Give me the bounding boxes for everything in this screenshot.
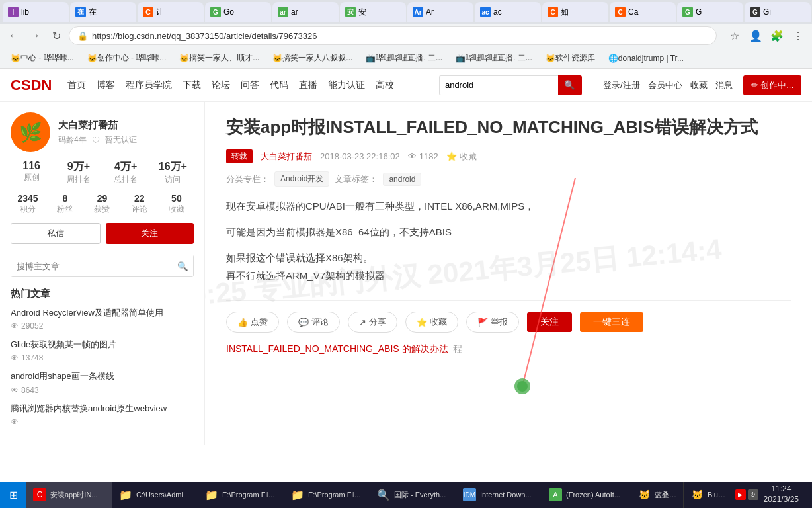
author-name[interactable]: 大白菜打番茄 [58, 119, 194, 132]
tray-icon-1[interactable]: ▶ [735, 489, 746, 500]
bookmark-icon-create: 🐱 [87, 54, 97, 63]
triple-btn[interactable]: 一键三连 [580, 312, 643, 332]
eye-icon-2: 👁 [11, 353, 19, 362]
tab-favicon-lib: l [8, 7, 19, 17]
auth-login[interactable]: 登录/注册 [603, 79, 640, 91]
tab-ca[interactable]: C Ca [610, 2, 676, 22]
author-avatar: 🌿 [11, 112, 50, 152]
bookmark-funny1[interactable]: 🐱 搞笑一家人、顺才... [174, 50, 264, 66]
taskbar-item-autoit[interactable]: A (Frozen) AutoIt... [542, 482, 628, 508]
taskbar-label-search: 国际 - Everyth... [394, 490, 446, 500]
taskbar-right: ▶ ⏱ 11:24 2021/3/25 [730, 484, 812, 505]
nav-download[interactable]: 下载 [183, 79, 201, 91]
taskbar-item-idm[interactable]: IDM Internet Down... [456, 482, 542, 508]
share-btn[interactable]: ↗ 分享 [348, 312, 397, 333]
message-btn[interactable]: 私信 [11, 223, 101, 244]
tab-lib[interactable]: l lib [3, 2, 69, 22]
browser-controls: ← → ↻ 🔒 https://blog.csdn.net/qq_3837315… [0, 24, 812, 48]
list-item[interactable]: 腾讯浏览器内核替换android原生webview 👁 [11, 403, 194, 427]
tag-android[interactable]: android [383, 173, 421, 186]
profile-btn[interactable]: 👤 [747, 27, 764, 44]
follow-btn[interactable]: 关注 [106, 223, 194, 244]
search-blog-input[interactable] [11, 255, 172, 276]
bookmark-bili1[interactable]: 📺 哔哩哔哩直播. 二... [360, 50, 448, 66]
hot-article-title-2: Glide获取视频某一帧的图片 [11, 339, 194, 351]
auth-member[interactable]: 会员中心 [648, 79, 682, 91]
hot-article-views-4: 👁 [11, 417, 194, 427]
author-cert: 暂无认证 [105, 134, 137, 146]
reload-btn[interactable]: ↻ [48, 27, 65, 44]
nav-qa[interactable]: 问答 [241, 79, 259, 91]
nav-forum[interactable]: 论坛 [212, 79, 230, 91]
hot-article-title-3: android用shape画一条横线 [11, 370, 194, 382]
tab-ar2[interactable]: Ar Ar [407, 2, 473, 22]
list-item[interactable]: android用shape画一条横线 👁 8643 [11, 370, 194, 394]
nav-academy[interactable]: 程序员学院 [126, 79, 172, 91]
bookmark-center[interactable]: 🐱 中心 - 哔哔咔... [5, 50, 79, 66]
back-btn[interactable]: ← [5, 27, 22, 44]
forward-btn[interactable]: → [26, 27, 44, 44]
bookmark-label-bili2: 哔哩哔哩直播. 二... [466, 52, 532, 64]
collect-btn[interactable]: ⭐ 收藏 [405, 312, 458, 333]
nav-live[interactable]: 直播 [299, 79, 317, 91]
report-btn[interactable]: 🚩 举报 [466, 312, 519, 333]
taskbar-item-explorer3[interactable]: 📁 E:\Program Fil... [284, 482, 370, 508]
bottom-link[interactable]: INSTALL_FAILED_NO_MATCHING_ABIS 的解决办法 [226, 343, 448, 354]
nav-code[interactable]: 代码 [270, 79, 288, 91]
bookmark-label-donald: donaldjtrump | Tr... [618, 54, 684, 63]
security-icon: 🔒 [77, 31, 88, 41]
bookmark-bili2[interactable]: 📺 哔哩哔哩直播. 二... [450, 50, 538, 66]
comment-btn[interactable]: 💬 评论 [287, 312, 340, 333]
list-item[interactable]: Android RecyclerView及适配器简单使用 👁 29052 [11, 307, 194, 331]
meta-collect[interactable]: ⭐ 收藏 [446, 151, 477, 163]
create-btn[interactable]: ✏ 创作中... [743, 75, 801, 95]
taskbar-item-search[interactable]: 🔍 国际 - Everyth... [370, 482, 456, 508]
csdn-logo[interactable]: CSDN [11, 77, 52, 94]
taskbar-item-explorer1[interactable]: 📁 C:\Users\Admi... [112, 482, 198, 508]
tab-an[interactable]: 安 安 [340, 2, 406, 22]
bookmark-funny2[interactable]: 🐱 搞笑一家人八叔叔... [267, 50, 358, 66]
auth-message[interactable]: 消息 [715, 79, 733, 91]
tab-g[interactable]: G Go [205, 2, 271, 22]
bookmark-software[interactable]: 🐱 软件资源库 [540, 50, 600, 66]
address-bar[interactable]: 🔒 https://blog.csdn.net/qq_38373150/arti… [69, 26, 717, 45]
tab-ac[interactable]: ac ac [475, 2, 541, 22]
bookmark-star-btn[interactable]: ☆ [726, 27, 743, 44]
taskbar-item-browser[interactable]: C 安装app时IN... [26, 482, 112, 508]
tab-zai[interactable]: 在 在 [70, 2, 136, 22]
article-actions: 👍 点赞 💬 评论 ↗ 分享 ⭐ 收藏 🚩 举报 关注 一键三连 [226, 300, 791, 333]
tab-ru[interactable]: C 如 [542, 2, 608, 22]
search-btn[interactable]: 🔍 [558, 75, 582, 95]
cat-android-dev[interactable]: Android开发 [274, 171, 329, 187]
taskbar-item-bluestacks1[interactable]: 🐱 蓝叠多开管理 [631, 482, 684, 508]
csdn-search: 🔍 [439, 75, 582, 95]
nav-blog[interactable]: 博客 [97, 79, 115, 91]
extensions-btn[interactable]: 🧩 [768, 27, 786, 44]
search-input[interactable] [439, 75, 558, 95]
nav-school[interactable]: 高校 [376, 79, 394, 91]
nav-cert[interactable]: 能力认证 [328, 79, 365, 91]
stat-points-value: 2345 [11, 193, 45, 204]
article-follow-btn[interactable]: 关注 [527, 312, 572, 332]
meta-author[interactable]: 大白菜打番茄 [261, 151, 312, 163]
tray-icon-2[interactable]: ⏱ [748, 489, 758, 500]
stat-fans-label: 粉丝 [48, 204, 82, 215]
taskbar-item-explorer2[interactable]: 📁 E:\Program Fil... [198, 482, 284, 508]
menu-btn[interactable]: ⋮ [790, 27, 807, 44]
nav-home[interactable]: 首页 [67, 79, 86, 91]
like-btn[interactable]: 👍 点赞 [226, 312, 279, 333]
tab-ar[interactable]: ar ar [272, 2, 339, 22]
tab-gi[interactable]: G Gi [745, 2, 811, 22]
tab-g2[interactable]: G G [677, 2, 743, 22]
list-item[interactable]: Glide获取视频某一帧的图片 👁 13748 [11, 339, 194, 362]
csdn-header: CSDN 首页 博客 程序员学院 下载 论坛 问答 代码 直播 能力认证 高校 … [0, 69, 812, 102]
tab-rang[interactable]: C 让 [138, 2, 204, 22]
start-button[interactable]: ⊞ [0, 482, 26, 508]
stat-original-label: 原创 [11, 172, 52, 183]
bookmark-create[interactable]: 🐱 创作中心 - 哔哔咔... [82, 50, 172, 66]
bookmark-donald[interactable]: 🌐 donaldjtrump | Tr... [603, 50, 689, 66]
taskbar-item-bluestacks2[interactable]: 🐱 BlueStacks App ... [684, 482, 730, 508]
search-blog-btn[interactable]: 🔍 [172, 255, 193, 276]
auth-collect[interactable]: 收藏 [690, 79, 708, 91]
body-para-1: 现在安卓模拟器的CPU/ABI一般有三种类型，INTEL X86,ARM,MIP… [226, 197, 791, 215]
